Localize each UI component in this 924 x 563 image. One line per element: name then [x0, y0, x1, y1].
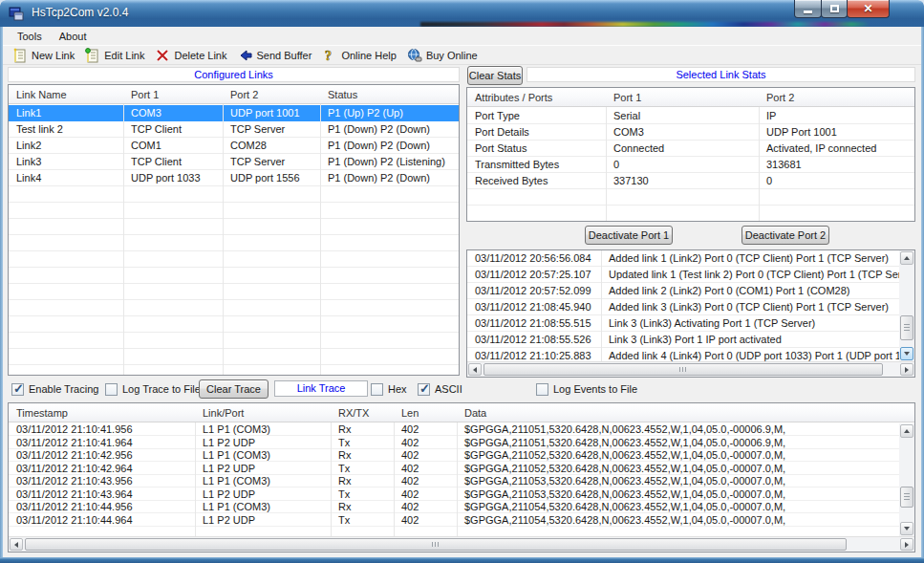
column-header[interactable]: Timestamp	[9, 403, 195, 422]
arrow-down-icon	[904, 352, 910, 356]
maximize-icon	[830, 5, 839, 12]
hscroll-thumb[interactable]	[25, 538, 847, 551]
stats-row[interactable]: Port DetailsCOM3UDP Port 1001	[467, 124, 914, 141]
event-row[interactable]: 03/11/2012 20:56:56.084Added link 1 (Lin…	[467, 250, 899, 267]
trace-row[interactable]: 03/11/2012 21:10:43.956L1 P1 (COM3)Rx402…	[9, 475, 899, 488]
deactivate-port1-button[interactable]: Deactivate Port 1	[585, 226, 673, 245]
log-trace-checkbox[interactable]	[105, 383, 118, 396]
hex-option[interactable]: Hex	[371, 382, 407, 396]
trace-row[interactable]: 03/11/2012 21:10:44.956L1 P1 (COM3)Rx402…	[9, 501, 899, 514]
scroll-left-button[interactable]	[10, 538, 23, 551]
column-header[interactable]: Link/Port	[195, 403, 331, 422]
cell: Rx	[331, 475, 394, 488]
send-buffer-button[interactable]: Send Buffer	[234, 47, 319, 64]
link-stats-table: Attributes / Ports Port 1 Port 2 Port Ty…	[466, 87, 915, 222]
column-header[interactable]: RX/TX	[331, 403, 394, 422]
cell: 402	[394, 423, 457, 437]
stats-row[interactable]: Port TypeSerialIP	[467, 108, 914, 124]
scroll-left-button[interactable]	[468, 363, 482, 376]
thumb-grip	[432, 542, 439, 547]
cell: 03/11/2012 21:10:41.956	[9, 423, 195, 437]
event-row[interactable]: 03/11/2012 21:08:45.940Added link 3 (Lin…	[467, 299, 899, 315]
log-trace-to-file-option[interactable]: Log Trace to File	[105, 382, 201, 396]
link-row[interactable]: Link1COM3UDP port 1001P1 (Up) P2 (Up)	[9, 105, 459, 121]
link-row[interactable]: Link2COM1COM28P1 (Down) P2 (Down)	[9, 138, 459, 154]
event-row[interactable]: 03/11/2012 20:57:25.107Updated link 1 (T…	[467, 267, 899, 283]
log-events-label: Log Events to File	[553, 383, 637, 395]
column-header[interactable]: Port 1	[123, 85, 223, 103]
trace-row[interactable]: 03/11/2012 21:10:44.964L1 P2 UDPTx402$GP…	[9, 514, 899, 528]
online-help-button[interactable]: ? Online Help	[318, 47, 402, 64]
minimize-button[interactable]	[794, 0, 822, 18]
scroll-up-button[interactable]	[900, 251, 913, 265]
maximize-button[interactable]	[821, 0, 848, 18]
link-row[interactable]: Link3TCP ClientTCP ServerP1 (Down) P2 (L…	[9, 154, 459, 170]
link-row[interactable]: Test link 2TCP ClientTCP ServerP1 (Down)…	[9, 121, 459, 138]
column-header[interactable]: Status	[320, 85, 459, 103]
menu-tools[interactable]: Tools	[9, 29, 51, 44]
hex-checkbox[interactable]	[371, 383, 383, 396]
trace-row[interactable]: 03/11/2012 21:10:43.964L1 P2 UDPTx402$GP…	[9, 488, 899, 502]
column-header[interactable]: Port 2	[759, 88, 914, 106]
trace-vscrollbar[interactable]	[899, 423, 914, 536]
hscroll-thumb[interactable]	[483, 363, 883, 376]
column-header[interactable]: Port 2	[223, 85, 320, 103]
trace-table-header: Timestamp Link/Port RX/TX Len Data	[9, 403, 914, 422]
cell: 0	[606, 157, 759, 173]
log-events-checkbox[interactable]	[536, 383, 548, 396]
event-row[interactable]: 03/11/2012 21:08:55.515Link 3 (Link3) Ac…	[467, 315, 899, 332]
stats-row[interactable]: Port StatusConnectedActivated, IP connec…	[467, 141, 914, 157]
scroll-down-button[interactable]	[900, 347, 913, 360]
scroll-up-button[interactable]	[900, 424, 913, 438]
ascii-option[interactable]: ASCII	[418, 382, 462, 396]
configured-links-header: Link Name Port 1 Port 2 Status	[9, 85, 459, 104]
trace-row[interactable]: 03/11/2012 21:10:41.956L1 P1 (COM3)Rx402…	[9, 423, 899, 437]
column-divider	[123, 85, 124, 375]
column-header[interactable]: Attributes / Ports	[467, 88, 606, 106]
cell: 03/11/2012 21:08:55.515	[467, 315, 601, 332]
close-button[interactable]: ✕	[847, 0, 890, 18]
column-header[interactable]: Len	[394, 403, 457, 422]
scroll-down-button[interactable]	[900, 522, 913, 535]
trace-hscrollbar[interactable]	[9, 536, 914, 552]
toolbar: New Link Edit Link Delete Link Send Buff…	[3, 45, 921, 65]
cell: P1 (Up) P2 (Up)	[320, 105, 459, 121]
trace-row[interactable]: 03/11/2012 21:10:41.964L1 P2 UDPTx402$GP…	[9, 437, 899, 450]
event-log-body: 03/11/2012 20:56:56.084Added link 1 (Lin…	[467, 250, 899, 361]
cell: 0	[759, 173, 914, 189]
stats-row[interactable]: Transmitted Bytes0313681	[467, 157, 914, 173]
clear-trace-button[interactable]: Clear Trace	[199, 379, 269, 399]
column-header[interactable]: Link Name	[9, 85, 123, 103]
delete-link-button[interactable]: Delete Link	[151, 47, 233, 64]
stats-row[interactable]: Received Bytes3371300	[467, 173, 914, 189]
new-link-button[interactable]: New Link	[9, 47, 81, 64]
column-header[interactable]: Data	[457, 403, 914, 422]
cell: 402	[394, 463, 457, 476]
event-row[interactable]: 03/11/2012 21:08:55.526Link 3 (Link3) Po…	[467, 332, 899, 348]
menu-about[interactable]: About	[51, 29, 96, 44]
trace-row[interactable]: 03/11/2012 21:10:42.964L1 P2 UDPTx402$GP…	[9, 463, 899, 476]
scroll-right-button[interactable]	[900, 538, 913, 551]
cell: 313681	[759, 157, 914, 173]
deactivate-port2-button[interactable]: Deactivate Port 2	[741, 226, 829, 245]
event-log-hscrollbar[interactable]	[467, 361, 914, 377]
event-row[interactable]: 03/11/2012 20:57:52.099Added link 2 (Lin…	[467, 283, 899, 299]
column-divider	[759, 88, 760, 221]
title-bar[interactable]: HsTcp2Com v2.0.4 ✕	[0, 0, 924, 27]
scroll-right-button[interactable]	[900, 363, 913, 376]
vscroll-thumb[interactable]	[900, 315, 913, 340]
cell: Rx	[331, 449, 394, 463]
vscroll-thumb[interactable]	[900, 487, 913, 508]
enable-tracing-option[interactable]: Enable Tracing	[11, 382, 98, 396]
buy-online-button[interactable]: Buy Online	[403, 47, 484, 64]
enable-tracing-checkbox[interactable]	[11, 383, 24, 396]
column-header[interactable]: Port 1	[606, 88, 759, 106]
link-row[interactable]: Link4UDP port 1033UDP port 1556P1 (Down)…	[9, 170, 459, 186]
event-log-vscrollbar[interactable]	[899, 250, 914, 361]
clear-stats-button[interactable]: Clear Stats	[467, 66, 523, 85]
edit-link-button[interactable]: Edit Link	[81, 47, 151, 64]
trace-row[interactable]: 03/11/2012 21:10:42.956L1 P1 (COM3)Rx402…	[9, 449, 899, 463]
log-events-to-file-option[interactable]: Log Events to File	[536, 382, 637, 396]
link-stats-header: Attributes / Ports Port 1 Port 2	[467, 88, 914, 107]
ascii-checkbox[interactable]	[418, 383, 430, 396]
